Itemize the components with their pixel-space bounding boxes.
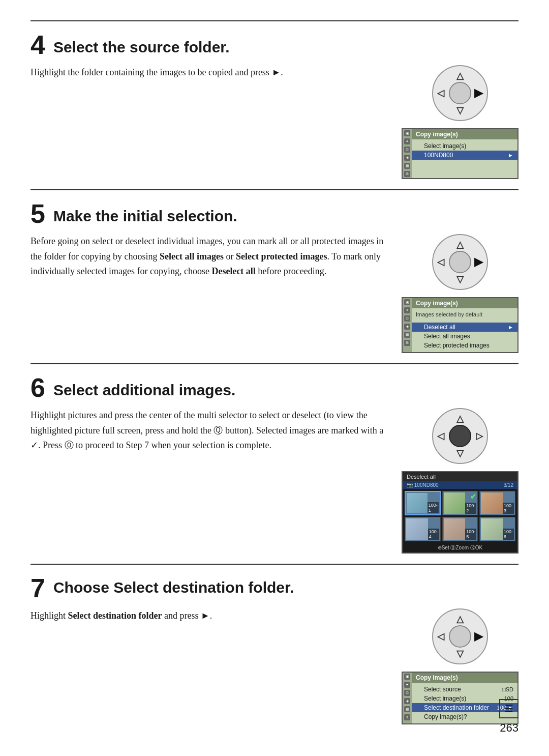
- step4-dial: △ ▽ ◁ ▶: [432, 65, 488, 121]
- lcd4-row2-arrow: ►: [508, 152, 513, 158]
- section-step4: 4 Select the source folder. Highlight th…: [30, 20, 518, 189]
- lcd7-row1: Select source □SD: [412, 685, 517, 694]
- step5-bold3: Deselect all: [211, 266, 255, 276]
- step4-number: 4: [30, 32, 45, 58]
- book-icon: ☰: [499, 699, 518, 718]
- step4-body: Highlight the folder containing the imag…: [30, 65, 518, 179]
- thumb-label-1: 100-1: [428, 502, 439, 513]
- lcd5-row1: Deselect all ►: [412, 323, 517, 332]
- lcd4-sidebar: ▣ ✦ ⊡ ◈ ▦ ⊞ Copy image(s) Select image(s: [403, 129, 517, 178]
- step6-text: Highlight pictures and press the center …: [30, 408, 386, 453]
- step4-body-text: Highlight the folder containing the imag…: [30, 67, 283, 77]
- dial-center: [449, 82, 471, 104]
- step7-bold1: Select destination folder: [68, 610, 162, 621]
- thumb-label-4: 100-4: [428, 529, 439, 540]
- bottom-right: ☰ 263: [499, 699, 518, 735]
- lcd5-icon-3: ⊡: [404, 315, 410, 322]
- dial5-arrow-left: ◁: [437, 256, 444, 268]
- lcd-icon-2: ✦: [404, 138, 410, 144]
- step4-text: Highlight the folder containing the imag…: [30, 65, 386, 80]
- lcd5-icon-4: ◈: [404, 324, 410, 330]
- dial-arrow-bottom: ▽: [456, 105, 464, 116]
- lcd5-subtitle: Images selected by default: [412, 310, 517, 318]
- thumb-cell-1: 100-1: [405, 491, 441, 515]
- step7-text1: Highlight: [30, 610, 68, 621]
- dial5-arrow-bottom: ▽: [456, 274, 464, 285]
- thumb-check-2: ✔: [470, 492, 476, 501]
- thumb-label-2: 100-2: [465, 503, 476, 514]
- dial6-arrow-top: △: [456, 413, 464, 424]
- thumb-folder: 📷 100ND800: [407, 482, 439, 488]
- lcd4-row2: 100ND800 ►: [412, 151, 517, 160]
- lcd7-icon-2: ✦: [404, 682, 410, 688]
- thumb-header: Deselect all: [403, 472, 517, 481]
- thumb-grid: 100-1 ✔ 100-2 100-3 1: [403, 489, 517, 543]
- dial6-arrow-bottom: ▽: [456, 448, 464, 459]
- step4-header: 4 Select the source folder.: [30, 36, 518, 58]
- lcd-icon-3: ⊡: [404, 147, 410, 153]
- thumb-label-5: 100-5: [465, 529, 476, 540]
- lcd4-row2-label: 100ND800: [424, 152, 453, 159]
- lcd5-icon-2: ✦: [404, 307, 410, 313]
- thumb-titlebar: Deselect all: [407, 474, 436, 480]
- step5-title: Make the initial selection.: [53, 205, 237, 225]
- step7-number: 7: [30, 575, 45, 601]
- dial7-arrow-left: ◁: [437, 631, 444, 642]
- lcd5-row2: Select all images: [412, 332, 517, 341]
- lcd7-row4-label: Copy image(s)?: [424, 713, 467, 720]
- thumb-img-3: [481, 492, 503, 514]
- page: 4 Select the source folder. Highlight th…: [0, 0, 549, 756]
- lcd-icon-5: ▦: [404, 163, 410, 169]
- dial5-arrow-right: ▶: [474, 255, 483, 269]
- dial7-arrow-right: ▶: [474, 630, 483, 643]
- dial7-arrow-bottom: ▽: [456, 648, 464, 659]
- thumb-subheader: 📷 100ND800 3/12: [403, 481, 517, 489]
- step6-header: 6 Select additional images.: [30, 379, 518, 401]
- section-step7: 7 Choose Select destination folder. High…: [30, 564, 518, 735]
- dial5-center: [449, 251, 471, 273]
- step7-title: Choose Select destination folder.: [53, 576, 294, 596]
- lcd5-titlebar: Copy image(s): [412, 298, 517, 308]
- lcd5-row3-label: Select protected images: [424, 342, 490, 349]
- lcd5-spacer: [412, 318, 517, 323]
- lcd7-row2-label: Select image(s): [424, 695, 466, 702]
- step7-text: Highlight Select destination folder and …: [30, 608, 386, 624]
- lcd7-row3-label: Select destination folder: [424, 704, 489, 711]
- lcd4-row1-label: Select image(s): [424, 142, 466, 150]
- lcd4-main: Copy image(s) Select image(s) 100ND800 ►: [412, 129, 517, 178]
- dial-arrow-top: △: [456, 70, 464, 81]
- step5-number: 5: [30, 200, 45, 227]
- thumb-cell-5: 100-5: [442, 517, 478, 541]
- lcd5-row3: Select protected images: [412, 341, 517, 350]
- dial-arrow-right: ▶: [474, 86, 483, 100]
- lcd7-icon-5: ▦: [404, 706, 410, 712]
- thumb-img-4: [406, 518, 428, 540]
- step7-dial: △ ▽ ◁ ▶: [432, 608, 488, 664]
- lcd5-sidebar: ▣ ✦ ⊡ ◈ ▦ ⊞ Copy image(s) Images selecte: [403, 298, 517, 352]
- thumb-label-3: 100-3: [503, 503, 514, 514]
- dial5-outer: △ ▽ ◁ ▶: [432, 234, 488, 290]
- thumb-cell-2: ✔ 100-2: [442, 491, 478, 515]
- lcd7-row1-label: Select source: [424, 686, 461, 693]
- dial6-arrow-left: ◁: [437, 430, 444, 442]
- thumb-img-2: [444, 492, 466, 514]
- lcd5-side-icons: ▣ ✦ ⊡ ◈ ▦ ⊞: [403, 298, 412, 352]
- lcd5-main: Copy image(s) Images selected by default…: [412, 298, 517, 352]
- dial6-outer: △ ▽ ◁ ▷: [432, 408, 488, 464]
- thumb-footer: ⊕Set ⓖZoom ⓀOK: [403, 543, 517, 553]
- step5-visuals: △ ▽ ◁ ▶ ▣ ✦ ⊡ ◈ ▦: [402, 234, 518, 353]
- section-step6: 6 Select additional images. Highlight pi…: [30, 363, 518, 564]
- step5-dial: △ ▽ ◁ ▶: [432, 234, 488, 290]
- step5-lcd: ▣ ✦ ⊡ ◈ ▦ ⊞ Copy image(s) Images selecte: [402, 297, 518, 353]
- lcd5-icon-1: ▣: [404, 299, 410, 305]
- dial7-outer: △ ▽ ◁ ▶: [432, 608, 488, 664]
- step5-bold2: Select protected images: [236, 251, 327, 261]
- thumb-img-5: [444, 518, 466, 540]
- step7-text2: and press ►.: [162, 610, 212, 621]
- dial6-arrow-right: ▷: [476, 430, 483, 442]
- thumb-img-1: [407, 493, 428, 513]
- thumb-cell-4: 100-4: [405, 517, 441, 541]
- lcd5-icon-5: ▦: [404, 332, 410, 338]
- lcd7-row1-value: □SD: [502, 686, 513, 692]
- dial7-arrow-top: △: [456, 614, 464, 625]
